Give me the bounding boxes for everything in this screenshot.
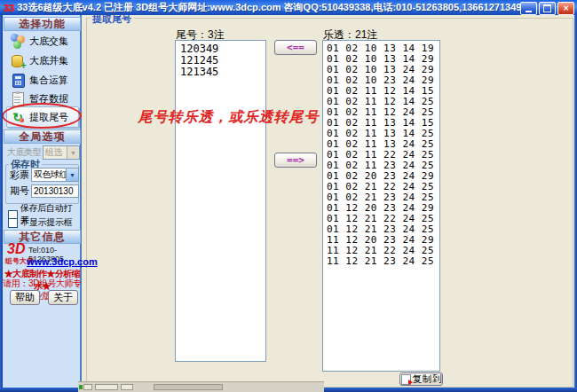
sidebar-item-label: 集合运算 bbox=[29, 74, 68, 87]
fragment-button bbox=[95, 384, 118, 390]
chevron-down-icon: ▼ bbox=[67, 146, 79, 159]
lottery-row: 彩票 双色球红球 ▼ bbox=[10, 168, 79, 182]
dadi-type-value: 组选 bbox=[43, 146, 67, 159]
lottery-select[interactable]: 双色球红球 ▼ bbox=[31, 168, 79, 182]
convert-to-tail-button[interactable]: <== bbox=[274, 40, 317, 55]
copy-to-button[interactable]: 复制到 bbox=[399, 372, 443, 386]
minimize-icon bbox=[526, 11, 532, 12]
copy-button-label: 复制到 bbox=[413, 372, 442, 386]
maximize-icon bbox=[543, 4, 551, 12]
calculator-icon bbox=[11, 73, 26, 88]
maximize-button[interactable] bbox=[539, 2, 556, 15]
issue-input[interactable]: 20130130 bbox=[31, 184, 79, 198]
sidebar-item-set-operation[interactable]: 集合运算 bbox=[11, 71, 68, 89]
close-button[interactable]: ✕ bbox=[557, 2, 574, 15]
lottery-value: 双色球红球 bbox=[32, 169, 66, 181]
highlight-ellipse-annotation bbox=[2, 103, 82, 129]
sidebar-item-dadi-union[interactable]: + 大底并集 bbox=[11, 51, 68, 69]
background-window-fragment bbox=[78, 381, 324, 392]
fragment-button bbox=[83, 384, 92, 390]
sidebar-section-global: 全局选项 bbox=[4, 129, 81, 144]
intersection-balls-icon bbox=[11, 34, 26, 49]
copy-icon bbox=[401, 374, 411, 385]
union-cylinder-icon: + bbox=[11, 53, 26, 68]
red-annotation-text: 尾号转乐透，或乐透转尾号 bbox=[133, 108, 324, 127]
fragment-button bbox=[121, 384, 133, 390]
help-button[interactable]: 帮助 bbox=[10, 290, 40, 305]
titlebar: 33 33选6超级大底v4.2 已注册 3D组号大师网址:www.3dcp.co… bbox=[0, 0, 577, 15]
no-prompt-label: 不显示提示框 bbox=[20, 216, 72, 229]
fragment-field bbox=[154, 384, 223, 390]
chevron-down-icon: ▼ bbox=[66, 169, 78, 181]
close-icon: ✕ bbox=[563, 5, 569, 12]
website-link[interactable]: www.3dcp.com bbox=[27, 256, 98, 267]
fragment-icon bbox=[79, 385, 83, 389]
lotto-number-list[interactable]: 01 02 10 13 14 19 01 02 10 13 14 29 01 0… bbox=[322, 40, 440, 372]
issue-row: 期号 20130130 bbox=[10, 184, 79, 198]
dadi-type-select: 组选 ▼ bbox=[43, 145, 80, 160]
window-border-left bbox=[0, 15, 3, 388]
convert-to-lotto-button[interactable]: ==> bbox=[274, 153, 317, 168]
window-controls: ✕ bbox=[520, 2, 574, 15]
no-prompt-checkbox[interactable] bbox=[8, 218, 18, 228]
sidebar-item-label: 大底交集 bbox=[29, 35, 68, 48]
no-prompt-checkbox-row[interactable]: 不显示提示框 bbox=[8, 216, 72, 229]
app-icon: 33 bbox=[4, 3, 14, 13]
sidebar-item-dadi-intersection[interactable]: 大底交集 bbox=[11, 32, 68, 50]
sidebar-item-label: 大底并集 bbox=[29, 54, 68, 67]
sidebar-section-function: 选择功能 bbox=[4, 17, 81, 31]
issue-label: 期号 bbox=[10, 184, 29, 198]
lottery-label: 彩票 bbox=[10, 169, 29, 182]
minimize-button[interactable] bbox=[520, 2, 537, 15]
window-title: 33选6超级大底v4.2 已注册 3D组号大师网址:www.3dcp.com 咨… bbox=[17, 1, 521, 14]
about-button[interactable]: 关于 bbox=[48, 290, 78, 305]
3d-logo: 3D bbox=[7, 243, 25, 255]
sidebar: 选择功能 大底交集 + 大底并集 集合运算 暂存数据 ↻ 提取尾号 全局选项 大… bbox=[3, 15, 82, 388]
tail-number-list[interactable]: 120349 121245 121345 bbox=[175, 40, 266, 362]
dadi-type-label: 大底类型 bbox=[7, 146, 41, 159]
